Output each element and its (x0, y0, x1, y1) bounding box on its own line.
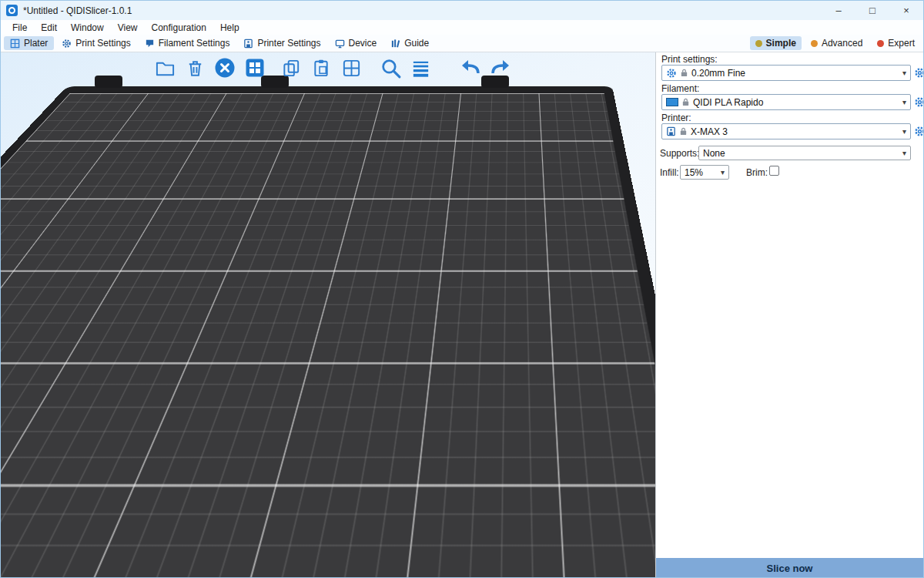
minimize-button[interactable]: – (822, 1, 855, 20)
simple-mode-dot-icon (755, 40, 762, 47)
expert-mode-dot-icon (877, 40, 884, 47)
edit-print-settings-gear-icon[interactable] (914, 67, 924, 79)
tab-device-label: Device (349, 38, 377, 49)
device-monitor-icon (335, 39, 345, 49)
tab-device[interactable]: Device (329, 36, 383, 50)
printer-icon (243, 39, 253, 49)
supports-value: None (703, 148, 725, 159)
mode-switcher: Simple Advanced Expert (750, 36, 920, 50)
slice-now-button[interactable]: Slice now (656, 558, 923, 578)
edit-filament-gear-icon[interactable] (914, 96, 924, 108)
tab-plater-label: Plater (24, 38, 48, 49)
filament-select[interactable]: QIDI PLA Rapido ▾ (661, 94, 911, 110)
menu-file[interactable]: File (5, 22, 34, 34)
mode-advanced[interactable]: Advanced (805, 36, 868, 50)
tab-print-settings[interactable]: Print Settings (55, 36, 136, 50)
mirror-tool-button[interactable] (8, 398, 42, 432)
tab-guide-label: Guide (404, 38, 429, 49)
mode-simple-label: Simple (766, 38, 796, 49)
open-button[interactable] (153, 56, 176, 79)
filament-icon (145, 39, 155, 49)
menu-window[interactable]: Window (64, 22, 111, 34)
search-icon (380, 57, 402, 79)
gear-icon (62, 39, 72, 49)
tab-plater[interactable]: Plater (4, 36, 54, 50)
app-logo-icon (6, 5, 18, 16)
preview-view-button[interactable] (49, 536, 88, 573)
print-settings-label: Print settings: (661, 54, 718, 65)
redo-button[interactable] (489, 56, 512, 79)
split-button[interactable] (340, 56, 363, 79)
layers-icon (410, 58, 431, 79)
arrange-button[interactable] (243, 56, 266, 79)
plater-icon (10, 39, 20, 49)
printer-select[interactable]: X-MAX 3 ▾ (661, 123, 911, 139)
tab-filament-settings[interactable]: Filament Settings (139, 36, 236, 50)
delete-button[interactable] (183, 56, 206, 79)
layers-stack-icon (54, 540, 83, 570)
menu-help[interactable]: Help (213, 22, 246, 34)
mode-expert-label: Expert (888, 38, 915, 49)
infill-label: Infill: (660, 167, 679, 178)
undo-button[interactable] (459, 56, 482, 79)
settings-panel: Print settings: 0.20mm Fine ▾ Filament: … (655, 52, 923, 578)
mode-expert[interactable]: Expert (872, 36, 920, 50)
plater-toolbar (153, 56, 512, 79)
menu-view[interactable]: View (111, 22, 145, 34)
supports-label: Supports: (660, 148, 699, 159)
menu-bar: File Edit Window View Configuration Help (1, 20, 923, 35)
editor-view-button[interactable] (6, 536, 45, 573)
menu-configuration[interactable]: Configuration (145, 22, 213, 34)
redo-icon (489, 56, 512, 79)
printer-icon (666, 126, 676, 136)
filament-label: Filament: (661, 83, 699, 94)
chevron-down-icon: ▾ (902, 150, 906, 157)
print-settings-select[interactable]: 0.20mm Fine ▾ (661, 65, 911, 81)
printer-label: Printer: (661, 113, 691, 123)
variable-layer-height-button[interactable] (409, 56, 432, 79)
open-folder-icon (155, 58, 176, 79)
rotate-tool-button[interactable] (8, 304, 42, 338)
menu-edit[interactable]: Edit (34, 22, 64, 34)
close-button[interactable]: × (889, 1, 923, 20)
edit-printer-gear-icon[interactable] (914, 126, 924, 137)
cube-3d-icon (11, 540, 40, 570)
supports-select[interactable]: None ▾ (698, 146, 911, 160)
bed-clip (95, 76, 122, 88)
paste-button[interactable] (310, 56, 333, 79)
print-settings-value: 0.20mm Fine (691, 68, 745, 79)
gear-icon (666, 68, 677, 79)
move-tool-button[interactable] (8, 210, 42, 244)
mouse-cursor (450, 203, 464, 225)
app-window: *Untitled - QIDISlicer-1.0.1 – □ × File … (0, 0, 924, 578)
mirror-icon (12, 402, 38, 428)
maximize-button[interactable]: □ (855, 1, 889, 20)
scale-tool-button[interactable] (8, 257, 42, 291)
lock-icon (681, 98, 690, 106)
undo-icon (459, 56, 482, 79)
brim-label: Brim: (746, 167, 768, 178)
trash-icon (185, 58, 206, 79)
arrange-icon (244, 57, 266, 79)
tab-printer-settings[interactable]: Printer Settings (237, 36, 326, 50)
place-on-face-tool-button[interactable] (8, 351, 42, 385)
filament-value: QIDI PLA Rapido (693, 97, 763, 108)
3d-viewport[interactable] (1, 52, 655, 578)
lock-icon (680, 69, 688, 77)
copy-button[interactable] (280, 56, 303, 79)
search-button[interactable] (379, 56, 402, 79)
tab-filament-settings-label: Filament Settings (159, 38, 230, 49)
tab-guide[interactable]: Guide (384, 36, 435, 50)
infill-value: 15% (685, 167, 703, 178)
infill-select[interactable]: 15% ▾ (680, 165, 729, 180)
rotate-icon (12, 307, 38, 334)
place-on-face-icon (12, 355, 38, 381)
brim-checkbox[interactable] (769, 166, 779, 176)
chevron-down-icon: ▾ (902, 128, 906, 136)
mode-simple[interactable]: Simple (750, 36, 802, 50)
chevron-down-icon: ▾ (721, 169, 725, 176)
delete-all-button[interactable] (213, 56, 236, 79)
paste-icon (311, 58, 332, 79)
tab-bar: Plater Print Settings Filament Settings … (1, 35, 923, 52)
copy-icon (281, 58, 302, 79)
